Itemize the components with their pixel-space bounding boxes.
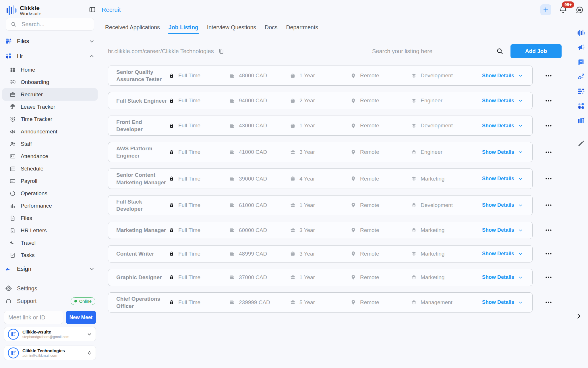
tab-received-applications[interactable]: Received Applications <box>105 22 160 34</box>
rail-files-color-button[interactable] <box>577 87 585 95</box>
job-more-button[interactable] <box>533 226 564 234</box>
show-details-button[interactable]: Show Details <box>480 97 532 104</box>
job-wallet-cell: 41000 CAD <box>229 149 290 155</box>
show-details-label: Show Details <box>482 299 514 305</box>
sidebar-group-files[interactable]: Files <box>0 34 100 49</box>
next-page-button[interactable] <box>575 313 582 320</box>
account-card-clikkle-wsuite[interactable]: Clikkle-wsuitestephandgraham@gmail.com <box>4 327 96 341</box>
rail-chat-filled-button[interactable] <box>577 58 585 66</box>
sidebar-item-attendance[interactable]: Attendance <box>0 150 100 162</box>
rail-divider <box>577 132 585 132</box>
job-more-button[interactable] <box>533 298 564 306</box>
rail-hr-color-button[interactable] <box>577 102 585 110</box>
lock-icon <box>169 149 175 155</box>
sidebar-item-support[interactable]: Support Online <box>0 295 100 307</box>
sidebar-item-leave-tracker[interactable]: Leave Tracker <box>0 101 100 113</box>
job-more-button[interactable] <box>533 250 564 258</box>
create-new-button[interactable] <box>540 4 551 15</box>
sidebar-item-operations[interactable]: Operations <box>0 187 100 200</box>
sidebar-item-onboarding[interactable]: Onboarding <box>0 76 100 88</box>
job-title: Full Stack Engineer <box>116 97 169 104</box>
chevron-down-icon <box>518 98 523 103</box>
sidebar-item-travel[interactable]: Travel <box>0 237 100 249</box>
sidebar-item-announcement[interactable]: Announcement <box>0 125 100 138</box>
job-cell-value: 3 Year <box>299 149 315 155</box>
sidebar-item-files[interactable]: Files <box>0 212 100 224</box>
rail-esign-arrow-button[interactable] <box>577 73 585 81</box>
job-lock-cell: Full Time <box>169 227 229 233</box>
sidebar-item-label: Onboarding <box>21 79 49 85</box>
account-card-clikkle-technologies[interactable]: Clikkle Technologiesadmin@clikkmail.com <box>4 346 96 360</box>
tab-interview-questions[interactable]: Interview Questions <box>206 22 257 34</box>
job-exp-cell: 3 Year <box>290 149 350 155</box>
meet-link-input[interactable] <box>4 311 63 324</box>
copy-url-button[interactable] <box>218 48 225 55</box>
show-details-button[interactable]: Show Details <box>480 274 532 281</box>
sidebar-item-tasks[interactable]: Tasks <box>0 249 100 261</box>
exp-icon <box>290 123 296 129</box>
sidebar-group-esign[interactable]: Esign <box>0 261 100 276</box>
rail-bars-check-button[interactable] <box>577 117 585 125</box>
sidebar-item-payroll[interactable]: Payroll <box>0 175 100 187</box>
tab-job-listing[interactable]: Job Listing <box>168 22 199 34</box>
job-title: Full Stack Developer <box>116 198 169 212</box>
sidebar-item-staff[interactable]: Staff <box>0 138 100 150</box>
sidebar-item-schedule[interactable]: Schedule <box>0 162 100 175</box>
job-more-button[interactable] <box>533 201 564 209</box>
job-cell-value: 48000 CAD <box>239 72 267 79</box>
show-details-button[interactable]: Show Details <box>480 149 532 156</box>
sidebar-search[interactable] <box>6 18 94 30</box>
show-details-button[interactable]: Show Details <box>480 227 532 233</box>
show-details-button[interactable]: Show Details <box>480 250 532 257</box>
job-more-button[interactable] <box>533 175 564 183</box>
settings-label: Settings <box>17 285 37 292</box>
sidebar-item-performance[interactable]: Performance <box>0 200 100 212</box>
show-details-button[interactable]: Show Details <box>480 122 532 129</box>
sidebar-item-time-tracker[interactable]: Time Tracker <box>0 113 100 125</box>
sidebar-item-home[interactable]: Home <box>0 64 100 76</box>
rail-pencil-button[interactable] <box>577 139 585 147</box>
rail-megaphone-button[interactable] <box>577 43 585 51</box>
show-details-button[interactable]: Show Details <box>480 175 532 182</box>
account-name: Clikkle-wsuite <box>22 329 69 334</box>
show-details-button[interactable]: Show Details <box>480 299 532 306</box>
job-cell-value: 1 Year <box>299 122 315 129</box>
job-exp-cell: 1 Year <box>290 72 350 79</box>
rail-clikkle-bars-button[interactable] <box>577 29 585 37</box>
sidebar-item-hr-letters[interactable]: HR Letters <box>0 224 100 237</box>
exp-icon <box>290 98 296 104</box>
job-exp-cell: 1 Year <box>290 274 350 281</box>
sidebar-group-hr[interactable]: Hr <box>0 49 100 64</box>
sidebar-search-input[interactable] <box>21 21 98 28</box>
listing-search-icon[interactable] <box>496 47 504 55</box>
job-cell-value: Development <box>421 72 453 79</box>
exp-icon <box>290 202 296 208</box>
job-title: Marketing Manager <box>116 227 169 234</box>
show-details-button[interactable]: Show Details <box>480 72 532 79</box>
job-more-button[interactable] <box>533 122 564 130</box>
tab-bar: Received ApplicationsJob ListingIntervie… <box>100 15 588 34</box>
add-job-button[interactable]: Add Job <box>510 44 562 58</box>
listing-toolbar: hr.clikkle.com/career/Clikkle Technologi… <box>108 44 588 58</box>
sidebar-item-recruiter[interactable]: Recruiter <box>2 88 98 101</box>
sidebar-item-settings[interactable]: Settings <box>0 282 100 295</box>
pin-icon <box>350 98 356 104</box>
job-more-button[interactable] <box>533 97 564 105</box>
job-more-button[interactable] <box>533 72 564 80</box>
notifications: 99+ <box>559 5 568 15</box>
messages-button[interactable] <box>575 5 584 14</box>
listing-search-input[interactable] <box>372 48 496 55</box>
job-wallet-cell: 43000 CAD <box>229 122 290 129</box>
job-more-button[interactable] <box>533 148 564 156</box>
wallet-icon <box>229 176 235 182</box>
tab-departments[interactable]: Departments <box>285 22 319 34</box>
job-more-button[interactable] <box>533 273 564 281</box>
sidebar-item-label: Payroll <box>21 178 37 184</box>
tab-docs[interactable]: Docs <box>264 22 278 34</box>
new-meet-button[interactable]: New Meet <box>66 311 96 324</box>
plus-icon <box>542 6 549 13</box>
job-cell-value: 3 Year <box>299 251 315 257</box>
show-details-button[interactable]: Show Details <box>480 202 532 208</box>
sidebar-collapse-button[interactable] <box>89 6 96 13</box>
job-layers-cell: Development <box>411 202 471 208</box>
